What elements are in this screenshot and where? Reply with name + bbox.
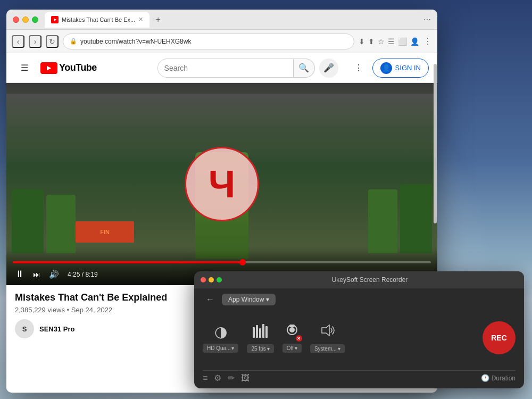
user-icon: 👤 (380, 62, 392, 74)
channel-avatar: S (15, 319, 34, 338)
tab-bar: Mistakes That Can't Be Ex... ✕ + (45, 12, 419, 28)
draw-icon[interactable]: ✏ (228, 373, 235, 383)
search-input-wrap[interactable] (157, 59, 294, 78)
new-tab-button[interactable]: + (152, 13, 164, 26)
recorder-window: UkeySoft Screen Recorder ← App Window ▾ … (194, 271, 524, 388)
video-time: 4:25 / 8:19 (68, 271, 98, 278)
svg-rect-3 (262, 324, 264, 338)
system-audio-label: System... (314, 346, 337, 352)
recorder-duration-info: 🕐 Duration (481, 374, 516, 382)
close-window-button[interactable] (13, 16, 19, 23)
screenshot-icon[interactable]: 🖼 (241, 373, 250, 383)
speaker-icon (319, 323, 336, 341)
youtube-logo[interactable]: YouTube (40, 62, 97, 74)
watermark-circle: Ч (185, 147, 259, 221)
svg-rect-7 (289, 325, 295, 327)
camera-arrow-icon: ▾ (295, 345, 297, 351)
download-icon[interactable]: ⬇ (359, 37, 365, 46)
svg-point-6 (289, 327, 295, 332)
svg-rect-1 (256, 325, 258, 338)
recorder-body: ← App Window ▾ ◑ HD Qua... ▾ (194, 288, 524, 388)
refresh-button[interactable]: ↻ (46, 35, 59, 48)
recorder-controls-main: ◑ HD Qua... ▾ 25 (203, 311, 516, 365)
play-pause-button[interactable]: ⏸ (13, 268, 27, 281)
quality-label: HD Qua... (207, 345, 230, 351)
recorder-source-label: App Window (228, 296, 264, 303)
youtube-logo-text: YouTube (59, 62, 97, 73)
recorder-source-selector[interactable]: App Window ▾ (222, 294, 276, 305)
display-icon: ◑ (214, 323, 227, 340)
audio-bars-icon (252, 323, 269, 341)
minimize-window-button[interactable] (22, 16, 29, 23)
lock-icon: 🔒 (70, 38, 77, 45)
record-button[interactable]: REC (483, 321, 516, 354)
mic-button[interactable]: 🎤 (319, 59, 338, 78)
duration-label: Duration (492, 375, 516, 382)
settings-icon[interactable]: ⚙ (214, 373, 221, 383)
profile-icon[interactable]: 👤 (410, 37, 419, 46)
browser-menu-button[interactable]: ⋮ (423, 36, 432, 46)
system-audio-arrow-icon: ▾ (338, 346, 340, 352)
recorder-minimize-button[interactable] (209, 277, 214, 282)
recorder-back-button[interactable]: ← (203, 294, 218, 305)
youtube-header-right: ⋮ 👤 SIGN IN (349, 59, 429, 78)
video-progress-fill (13, 261, 243, 263)
tab-overview-icon[interactable]: ⬜ (398, 37, 407, 46)
fps-arrow-icon: ▾ (267, 346, 270, 352)
recorder-top-row: ← App Window ▾ (203, 294, 516, 305)
tab-title: Mistakes That Can't Be Ex... (62, 16, 135, 23)
video-date: Sep 24, 2022 (71, 306, 112, 314)
next-button[interactable]: ⏭ (31, 269, 43, 280)
recorder-close-button[interactable] (201, 277, 206, 282)
video-progress-dot (239, 259, 246, 265)
youtube-search-bar: 🔍 🎤 (157, 59, 338, 78)
sign-in-button[interactable]: 👤 SIGN IN (372, 59, 429, 78)
bookmark-icon[interactable]: ☆ (378, 37, 385, 46)
quality-arrow-icon: ▾ (231, 345, 234, 351)
browser-tab-active[interactable]: Mistakes That Can't Be Ex... ✕ (45, 12, 149, 28)
recorder-fps-dropdown[interactable]: 25 fps ▾ (247, 344, 273, 353)
svg-rect-0 (253, 327, 255, 338)
video-views: 2,385,229 views (15, 306, 65, 314)
youtube-header: ☰ YouTube 🔍 🎤 ⋮ 👤 SIGN IN (6, 53, 437, 83)
svg-rect-2 (259, 328, 261, 338)
recorder-fullscreen-button[interactable] (217, 277, 222, 282)
video-player[interactable]: FIN Ч (6, 83, 437, 285)
forward-button[interactable]: › (29, 35, 41, 48)
video-date-separator: • (67, 306, 71, 314)
record-button-label: REC (491, 334, 507, 342)
scrollbar-thumb (434, 83, 437, 223)
camera-icon-wrap: ✕ (284, 323, 300, 340)
back-button[interactable]: ‹ (12, 35, 24, 48)
volume-button[interactable]: 🔊 (47, 269, 61, 280)
recorder-camera-dropdown[interactable]: Off ▾ (282, 344, 302, 353)
recorder-source-arrow-icon: ▾ (266, 296, 269, 303)
list-icon[interactable]: ≡ (203, 373, 207, 383)
camera-off-indicator: ✕ (296, 335, 302, 342)
search-button[interactable]: 🔍 (294, 59, 315, 78)
channel-name: SEN31 Pro (39, 325, 74, 333)
browser-window-menu[interactable]: ⋯ (423, 15, 431, 24)
sign-in-label: SIGN IN (395, 64, 421, 72)
youtube-menu-icon[interactable]: ☰ (15, 59, 34, 78)
search-input[interactable] (158, 64, 293, 72)
recorder-bottom-row: ≡ ⚙ ✏ 🖼 🕐 Duration (203, 370, 516, 383)
traffic-lights (13, 16, 38, 23)
watermark-symbol: Ч (209, 165, 236, 203)
clock-icon: 🕐 (481, 374, 489, 382)
recorder-camera-group: ✕ Off ▾ (282, 323, 302, 353)
tab-close-button[interactable]: ✕ (138, 16, 143, 23)
recorder-quality-dropdown[interactable]: HD Qua... ▾ (203, 344, 238, 353)
playlist-icon[interactable]: ☰ (388, 37, 395, 46)
address-field[interactable]: 🔒 youtube.com/watch?v=wN-UEHXG8wk (63, 34, 354, 49)
share-icon[interactable]: ⬆ (368, 37, 375, 46)
recorder-fps-group: 25 fps ▾ (247, 323, 273, 353)
more-options-button[interactable]: ⋮ (349, 59, 368, 78)
fullscreen-window-button[interactable] (32, 16, 38, 23)
browser-titlebar: Mistakes That Can't Be Ex... ✕ + ⋯ (6, 10, 437, 30)
recorder-title: UkeySoft Screen Recorder (222, 276, 518, 284)
svg-marker-8 (322, 325, 329, 336)
recorder-display-group: ◑ HD Qua... ▾ (203, 323, 238, 353)
recorder-system-audio-dropdown[interactable]: System... ▾ (310, 344, 345, 353)
video-progress-bar[interactable] (13, 261, 431, 263)
